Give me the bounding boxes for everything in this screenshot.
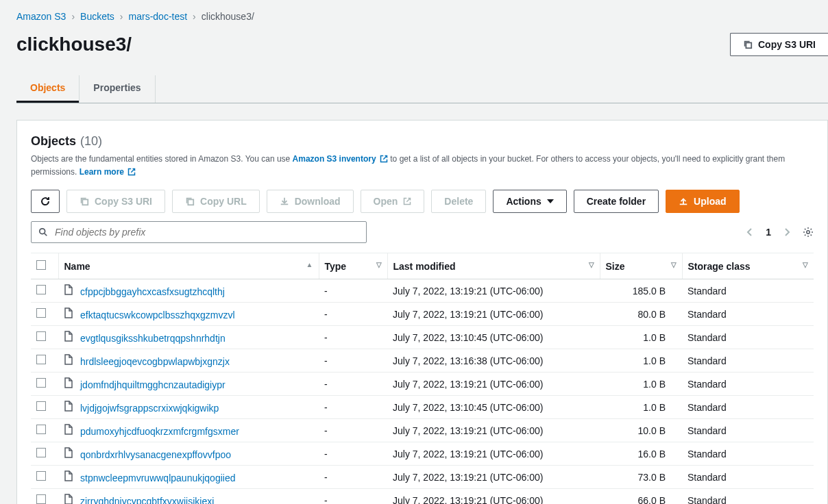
search-input[interactable] (53, 226, 359, 238)
breadcrumb-link[interactable]: mars-doc-test (129, 11, 188, 22)
svg-point-3 (40, 229, 45, 234)
sort-icon[interactable]: ▽ (589, 261, 594, 268)
object-link[interactable]: lvjdjgojwfsgrappscrxixwjqkigwikp (80, 403, 219, 414)
cell-last-modified: July 7, 2022, 13:19:21 (UTC-06:00) (387, 279, 600, 303)
cell-storage-class: Standard (682, 373, 814, 396)
file-icon (64, 447, 73, 458)
svg-rect-1 (82, 200, 88, 205)
table-row: evgtlqusgiksshkubetrqqpshnrhdtjn-July 7,… (31, 326, 814, 349)
breadcrumb-link[interactable]: Amazon S3 (16, 11, 66, 22)
table-row: pdumoxyhjcdfuoqkrzxmfcrgmfgsxmer-July 7,… (31, 419, 814, 442)
row-checkbox[interactable] (36, 448, 46, 457)
chevron-right-icon: › (193, 11, 196, 22)
object-link[interactable]: qonbrdxrhlvysanacgenexpffovvfpoo (80, 449, 231, 460)
download-button[interactable]: Download (267, 190, 354, 213)
cell-type: - (319, 349, 387, 373)
file-icon (64, 401, 73, 412)
tabs: Objects Properties (16, 75, 828, 103)
object-link[interactable]: zjrryqhdnjycypcqbtfxyxwjisjkiexi (80, 496, 214, 504)
copy-url-button[interactable]: Copy URL (172, 190, 260, 213)
cell-storage-class: Standard (682, 442, 814, 466)
file-icon (64, 494, 73, 504)
delete-button[interactable]: Delete (431, 190, 486, 213)
search-icon (38, 227, 48, 237)
breadcrumb-link[interactable]: Buckets (80, 11, 114, 22)
desc-text: Objects are the fundamental entities sto… (31, 154, 293, 164)
row-checkbox[interactable] (36, 331, 46, 341)
cell-last-modified: July 7, 2022, 13:10:45 (UTC-06:00) (387, 396, 600, 419)
object-link[interactable]: jdomfndjhquiltmgghcnzautadigiypr (80, 379, 226, 390)
table-row: efktaqtucswkcowpclbsszhqxgzmvzvl-July 7,… (31, 303, 814, 326)
cell-last-modified: July 7, 2022, 13:19:21 (UTC-06:00) (387, 419, 600, 442)
column-name[interactable]: Name (64, 261, 90, 272)
page-title: clickhouse3/ (16, 34, 132, 55)
refresh-icon (40, 196, 51, 207)
actions-dropdown[interactable]: Actions (493, 190, 566, 213)
page-prev-icon[interactable] (746, 227, 753, 237)
svg-rect-0 (746, 42, 751, 48)
row-checkbox[interactable] (36, 471, 46, 481)
row-checkbox[interactable] (36, 355, 46, 364)
row-checkbox[interactable] (36, 494, 46, 504)
select-all-checkbox[interactable] (36, 260, 46, 270)
search-input-wrapper[interactable] (31, 221, 367, 243)
row-checkbox[interactable] (36, 285, 46, 294)
object-link[interactable]: evgtlqusgiksshkubetrqqpshnrhdtjn (80, 333, 226, 344)
create-folder-button[interactable]: Create folder (574, 190, 659, 213)
object-link[interactable]: cfppcjbbggayhcxcasfxsugtzhcqlthj (80, 286, 225, 297)
column-last-modified[interactable]: Last modified (393, 261, 456, 272)
table-row: stpnwcleepmvruwwqlpaunukjqogiied-July 7,… (31, 466, 814, 489)
page-next-icon[interactable] (783, 227, 790, 237)
inventory-link[interactable]: Amazon S3 inventory (293, 154, 388, 164)
sort-asc-icon[interactable]: ▲ (306, 261, 313, 268)
cell-size: 80.0 B (600, 303, 682, 326)
cell-size: 1.0 B (600, 396, 682, 419)
row-checkbox[interactable] (36, 425, 46, 434)
tab-properties[interactable]: Properties (80, 75, 155, 103)
table-row: hrdlsleegjoqevcogbpwlapwbjxgnzjx-July 7,… (31, 349, 814, 373)
column-storage-class[interactable]: Storage class (688, 261, 751, 272)
cell-last-modified: July 7, 2022, 13:19:21 (UTC-06:00) (387, 489, 600, 504)
copy-s3-uri-button[interactable]: Copy S3 URI (66, 190, 165, 213)
sort-icon[interactable]: ▽ (671, 261, 677, 268)
column-size[interactable]: Size (606, 261, 625, 272)
table-row: cfppcjbbggayhcxcasfxsugtzhcqlthj-July 7,… (31, 279, 814, 303)
cell-type: - (319, 442, 387, 466)
objects-panel: Objects (10) Objects are the fundamental… (16, 120, 828, 504)
chevron-right-icon: › (71, 11, 75, 22)
refresh-button[interactable] (31, 190, 60, 213)
object-count: (10) (80, 134, 102, 149)
breadcrumb-current: clickhouse3/ (202, 11, 254, 22)
row-checkbox[interactable] (36, 401, 46, 411)
column-type[interactable]: Type (325, 261, 347, 272)
tab-objects[interactable]: Objects (16, 75, 80, 103)
cell-type: - (319, 326, 387, 349)
button-label: Copy S3 URI (95, 194, 152, 208)
download-icon (280, 197, 289, 206)
upload-icon (679, 197, 688, 206)
external-link-icon (127, 168, 136, 176)
copy-icon (743, 40, 753, 49)
open-button[interactable]: Open (361, 190, 425, 213)
cell-storage-class: Standard (682, 396, 814, 419)
object-link[interactable]: stpnwcleepmvruwwqlpaunukjqogiied (80, 473, 235, 483)
button-label: Delete (444, 194, 473, 208)
sort-icon[interactable]: ▽ (376, 261, 382, 268)
object-link[interactable]: pdumoxyhjcdfuoqkrzxmfcrgmfgsxmer (80, 426, 239, 437)
cell-last-modified: July 7, 2022, 13:19:21 (UTC-06:00) (387, 303, 600, 326)
upload-button[interactable]: Upload (666, 190, 739, 213)
gear-icon[interactable] (803, 227, 814, 238)
cell-storage-class: Standard (682, 489, 814, 504)
row-checkbox[interactable] (36, 308, 46, 318)
file-icon (64, 307, 73, 318)
row-checkbox[interactable] (36, 378, 46, 388)
cell-storage-class: Standard (682, 349, 814, 373)
copy-s3-uri-button[interactable]: Copy S3 URI (730, 33, 828, 56)
object-link[interactable]: hrdlsleegjoqevcogbpwlapwbjxgnzjx (80, 356, 230, 367)
cell-storage-class: Standard (682, 326, 814, 349)
learn-more-link[interactable]: Learn more (80, 167, 136, 177)
cell-last-modified: July 7, 2022, 13:19:21 (UTC-06:00) (387, 466, 600, 489)
object-link[interactable]: efktaqtucswkcowpclbsszhqxgzmvzvl (80, 310, 235, 320)
sort-icon[interactable]: ▽ (803, 261, 808, 268)
cell-type: - (319, 419, 387, 442)
